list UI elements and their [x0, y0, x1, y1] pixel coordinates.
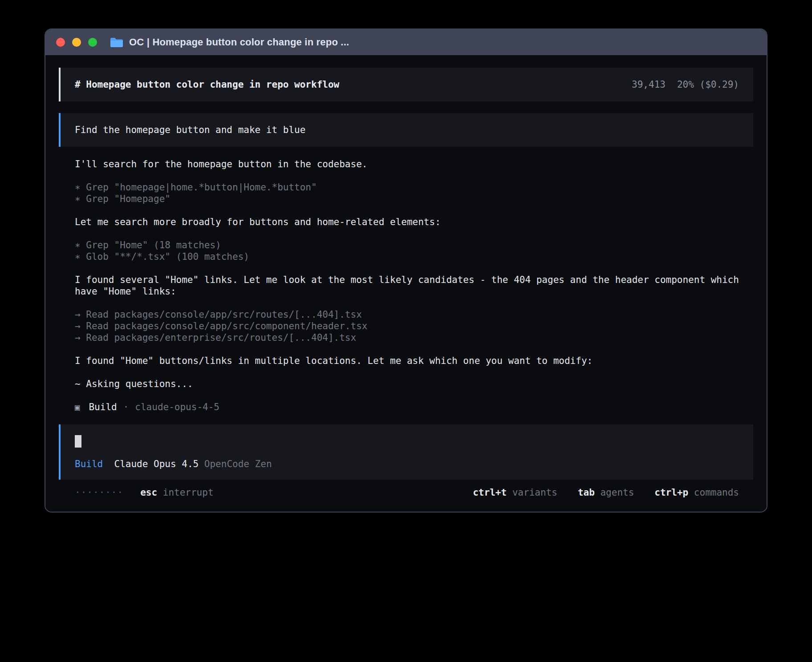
titlebar: OC | Homepage button color change in rep… — [45, 29, 767, 55]
transcript: I'll search for the homepage button in t… — [59, 158, 753, 413]
spacer — [688, 487, 694, 498]
agents-label: agents — [600, 487, 634, 498]
provider-name: OpenCode Zen — [204, 458, 272, 470]
assistant-text: I found "Home" buttons/links in multiple… — [75, 355, 753, 367]
agent-name: Build — [89, 401, 117, 413]
assistant-text: I'll search for the homepage button in t… — [75, 158, 753, 170]
status-bar-right: ctrl+t variants tab agents ctrl+p comman… — [473, 487, 739, 498]
commands-label: commands — [694, 487, 739, 498]
window-title-area: OC | Homepage button color change in rep… — [110, 36, 349, 48]
terminal-window: OC | Homepage button color change in rep… — [45, 28, 767, 513]
window-title: OC | Homepage button color change in rep… — [129, 36, 349, 48]
spacer — [507, 487, 512, 498]
tab-key: tab — [578, 487, 595, 498]
interrupt-hint: esc interrupt — [140, 487, 213, 498]
tool-line-read: → Read packages/console/app/src/componen… — [75, 320, 753, 332]
session-stats: 39,413 20% ($0.29) — [632, 79, 739, 90]
spacer — [595, 487, 601, 498]
agent-model: claude-opus-4-5 — [135, 401, 219, 413]
token-count: 39,413 — [632, 79, 666, 90]
agents-hint: tab agents — [578, 487, 634, 498]
commands-hint: ctrl+p commands — [654, 487, 739, 498]
prompt-input[interactable]: Build Claude Opus 4.5 OpenCode Zen — [59, 424, 753, 480]
agent-row: ▣ Build · claude-opus-4-5 — [75, 401, 753, 413]
session-title: # Homepage button color change in repo w… — [75, 79, 339, 90]
terminal-content: # Homepage button color change in repo w… — [45, 55, 767, 512]
agent-square-icon: ▣ — [75, 401, 80, 413]
mode-label: Build — [75, 458, 103, 470]
ctrl-p-key: ctrl+p — [654, 487, 688, 498]
spacer — [199, 458, 204, 470]
agent-separator: · — [123, 401, 129, 413]
tool-line-grep: ∗ Grep "Home" (18 matches) — [75, 239, 753, 251]
tool-line-read: → Read packages/enterprise/src/routes/[.… — [75, 332, 753, 343]
minimize-button[interactable] — [72, 38, 81, 47]
tool-call-group: → Read packages/console/app/src/routes/[… — [75, 309, 753, 343]
tool-line-glob: ∗ Glob "**/*.tsx" (100 matches) — [75, 251, 753, 262]
spacer — [157, 487, 163, 498]
tool-line-grep: ∗ Grep "homepage|home.*button|Home.*butt… — [75, 182, 753, 193]
session-header: # Homepage button color change in repo w… — [59, 68, 753, 101]
model-status-row: Build Claude Opus 4.5 OpenCode Zen — [75, 458, 739, 470]
tool-call-group: ∗ Grep "homepage|home.*button|Home.*butt… — [75, 182, 753, 205]
zoom-button[interactable] — [88, 38, 97, 47]
status-line: ~ Asking questions... — [75, 378, 753, 390]
assistant-text: Let me search more broadly for buttons a… — [75, 216, 753, 228]
variants-hint: ctrl+t variants — [473, 487, 557, 498]
esc-key: esc — [140, 487, 157, 498]
folder-icon — [110, 37, 123, 48]
user-message: Find the homepage button and make it blu… — [59, 113, 753, 147]
context-usage: 20% ($0.29) — [677, 79, 739, 90]
tool-line-read: → Read packages/console/app/src/routes/[… — [75, 309, 753, 320]
spacer — [103, 458, 114, 470]
tool-call-group: ∗ Grep "Home" (18 matches) ∗ Glob "**/*.… — [75, 239, 753, 262]
close-button[interactable] — [56, 38, 65, 47]
status-bar-left: ········ esc interrupt — [75, 487, 214, 498]
traffic-lights — [56, 38, 97, 47]
interrupt-label: interrupt — [163, 487, 214, 498]
status-bar: ········ esc interrupt ctrl+t variants t… — [59, 487, 753, 498]
desktop-background: OC | Homepage button color change in rep… — [0, 0, 812, 662]
spinner-dots-icon: ········ — [75, 487, 123, 498]
assistant-text: I found several "Home" links. Let me loo… — [75, 274, 753, 297]
ctrl-t-key: ctrl+t — [473, 487, 507, 498]
tool-line-grep: ∗ Grep "Homepage" — [75, 193, 753, 205]
text-cursor[interactable] — [75, 435, 81, 448]
variants-label: variants — [512, 487, 557, 498]
model-name: Claude Opus 4.5 — [114, 458, 199, 470]
